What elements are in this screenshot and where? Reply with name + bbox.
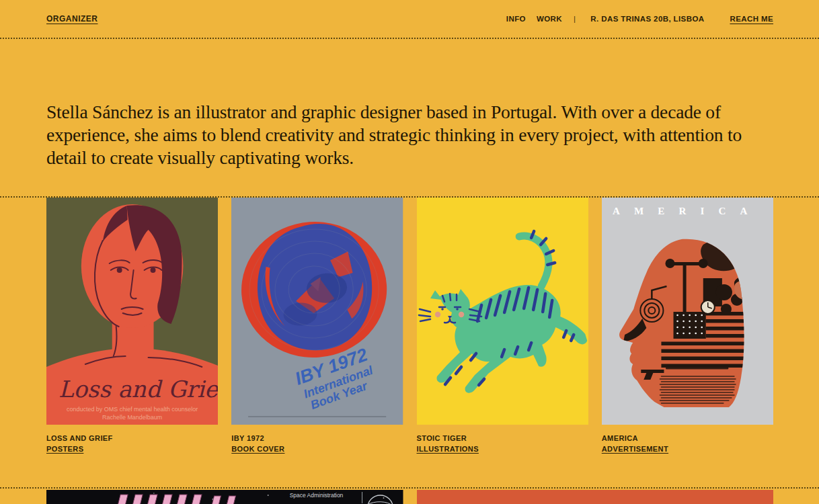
orange-poster-illustration [417,490,774,504]
project-category-link[interactable]: POSTERS [46,445,83,454]
stoic-tiger-poster-illustration [417,198,588,425]
project-card-loss-and-grief: Loss and Grief conducted by OMS chief me… [46,198,218,454]
stoic-tiger-artwork[interactable] [417,198,588,425]
space-administration-text: Space Administration [290,492,344,499]
project-category-link[interactable]: ILLUSTRATIONS [417,445,479,454]
loss-and-grief-caption-line1: conducted by OMS chief mental health cou… [67,406,198,413]
caption-loss-and-grief: LOSS AND GRIEF POSTERS [46,434,218,454]
intro-paragraph: Stella Sánchez is an illustrator and gra… [46,101,786,169]
portfolio-page: ORGANIZER INFO WORK | R. DAS TRINAS 20B,… [0,0,819,504]
loss-and-grief-caption-line2: Rachelle Mandelbaum [102,414,162,421]
nav-info-link[interactable]: INFO [506,15,526,23]
header-nav: INFO WORK | R. DAS TRINAS 20B, LISBOA RE… [506,15,773,23]
iby-1972-artwork[interactable]: IBY 1972 International Book Year [231,198,403,425]
project-category-link[interactable]: ADVERTISEMENT [602,445,668,454]
address-text: R. DAS TRINAS 20B, LISBOA [590,15,704,23]
caption-iby-1972: IBY 1972 BOOK COVER [231,434,403,454]
space-poster-artwork[interactable]: Space Administration [46,490,403,504]
caption-america: AMERICA ADVERTISEMENT [602,434,773,454]
work-grid: Loss and Grief conducted by OMS chief me… [0,198,819,454]
project-card-stoic-tiger: STOIC TIGER ILLUSTRATIONS [417,198,588,454]
header: ORGANIZER INFO WORK | R. DAS TRINAS 20B,… [0,0,819,39]
nav-work-link[interactable]: WORK [537,15,562,23]
loss-and-grief-poster-illustration: Loss and Grief conducted by OMS chief me… [46,198,218,425]
loss-and-grief-heading-text: Loss and Grief [58,376,218,403]
project-card-iby-1972: IBY 1972 International Book Year IBY 197… [231,198,403,454]
bottom-row: Space Administration [0,490,819,504]
america-poster-illustration: AMERICA [602,198,773,425]
project-title: AMERICA [602,434,773,443]
reach-me-link[interactable]: REACH ME [730,15,773,23]
space-poster-illustration: Space Administration [46,490,403,504]
project-title: LOSS AND GRIEF [46,434,218,443]
orange-poster-artwork[interactable] [417,490,774,504]
caption-stoic-tiger: STOIC TIGER ILLUSTRATIONS [417,434,588,454]
america-title-text: AMERICA [613,206,761,216]
project-title: IBY 1972 [231,434,403,443]
america-artwork[interactable]: AMERICA [602,198,773,425]
nav-separator: | [574,15,576,23]
project-category-link[interactable]: BOOK COVER [231,445,284,454]
brand-link[interactable]: ORGANIZER [46,14,98,24]
loss-and-grief-artwork[interactable]: Loss and Grief conducted by OMS chief me… [46,198,218,425]
divider-bottom [0,487,819,489]
iby-1972-poster-illustration: IBY 1972 International Book Year [231,198,403,425]
project-card-america: AMERICA [602,198,773,454]
project-title: STOIC TIGER [417,434,588,443]
